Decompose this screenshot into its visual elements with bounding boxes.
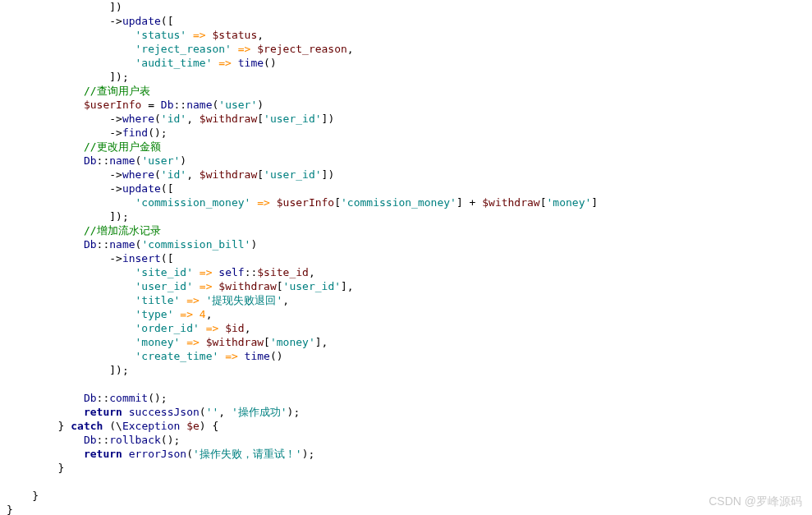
- code-line: 'create_time' => time(): [7, 350, 283, 362]
- code-line: ->where('id', $withdraw['user_id']): [7, 113, 334, 125]
- code-line: 'order_id' => $id,: [7, 322, 250, 334]
- code-line: 'audit_time' => time(): [7, 57, 277, 69]
- code-line: 'commission_money' => $userInfo['commiss…: [7, 196, 598, 209]
- code-line: Db::name('commission_bill'): [7, 238, 257, 251]
- code-line: 'site_id' => self::$site_id,: [7, 266, 315, 278]
- code-line: }: [7, 490, 39, 502]
- code-line: ]): [7, 1, 122, 13]
- code-line: //查询用户表: [7, 85, 150, 97]
- code-line: return successJson('', '操作成功');: [7, 406, 300, 418]
- code-line: [7, 378, 13, 390]
- code-line: 'user_id' => $withdraw['user_id'],: [7, 280, 354, 292]
- code-line: 'type' => 4,: [7, 308, 212, 320]
- code-block: ]) ->update([ 'status' => $status, 'reje…: [0, 0, 812, 515]
- code-line: Db::rollback();: [7, 434, 180, 446]
- code-line: ->insert([: [7, 252, 174, 264]
- code-line: }: [7, 504, 13, 515]
- code-line: 'money' => $withdraw['money'],: [7, 336, 328, 348]
- code-line: ]);: [7, 364, 129, 376]
- code-line: ->where('id', $withdraw['user_id']): [7, 168, 334, 181]
- code-line: return errorJson('操作失败，请重试！');: [7, 448, 314, 460]
- code-line: ]);: [7, 71, 129, 83]
- code-line: }: [7, 462, 64, 474]
- code-line: 'reject_reason' => $reject_reason,: [7, 43, 354, 55]
- code-line: 'title' => '提现失败退回',: [7, 294, 289, 306]
- code-line: $userInfo = Db::name('user'): [7, 99, 264, 111]
- code-line: Db::commit();: [7, 392, 167, 404]
- code-line: ->update([: [7, 182, 174, 195]
- code-line: [7, 476, 13, 488]
- code-line: ]);: [7, 210, 129, 223]
- code-line: ->find();: [7, 126, 167, 139]
- code-line: ->update([: [7, 15, 174, 27]
- code-line: Db::name('user'): [7, 154, 186, 167]
- code-line: } catch (\Exception $e) {: [7, 420, 218, 432]
- code-line: 'status' => $status,: [7, 29, 264, 41]
- code-line: //增加流水记录: [7, 224, 161, 237]
- code-line: //更改用户金额: [7, 140, 161, 153]
